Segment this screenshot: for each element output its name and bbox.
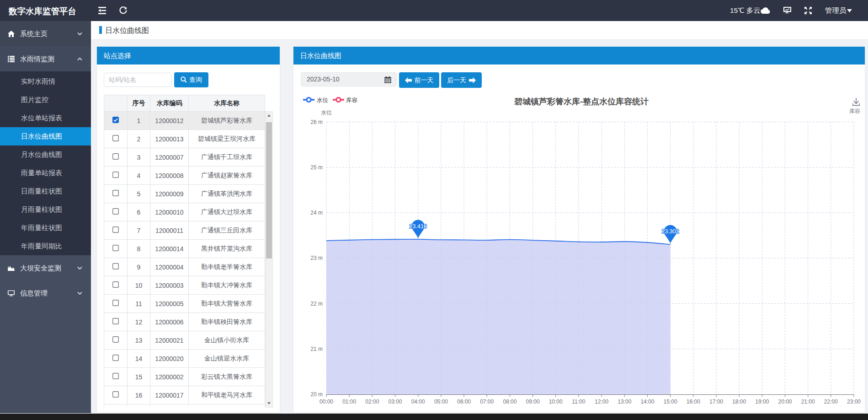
svg-text:16:00: 16:00 [687, 398, 700, 405]
svg-text:19:00: 19:00 [755, 398, 769, 405]
svg-text:库容: 库容 [849, 108, 860, 114]
svg-text:18:00: 18:00 [732, 398, 746, 405]
svg-text:20:00: 20:00 [778, 398, 792, 405]
svg-text:22 m: 22 m [310, 301, 323, 307]
svg-text:水位: 水位 [317, 97, 329, 103]
svg-text:13:00: 13:00 [618, 398, 631, 405]
svg-text:库容: 库容 [346, 97, 358, 103]
svg-text:06:00: 06:00 [457, 398, 471, 405]
svg-text:20 m: 20 m [310, 391, 323, 398]
svg-text:17:00: 17:00 [709, 398, 723, 405]
svg-text:15:00: 15:00 [664, 398, 677, 405]
svg-text:26 m: 26 m [310, 119, 323, 125]
svg-text:21:00: 21:00 [801, 398, 815, 405]
svg-text:23 m: 23 m [310, 255, 323, 261]
svg-text:21 m: 21 m [310, 346, 323, 352]
svg-text:09:00: 09:00 [526, 398, 540, 405]
svg-text:12:00: 12:00 [595, 398, 608, 405]
svg-text:07:00: 07:00 [480, 398, 494, 405]
svg-text:23.302: 23.302 [661, 228, 679, 235]
svg-text:08:00: 08:00 [503, 398, 517, 405]
svg-text:04:00: 04:00 [411, 398, 425, 405]
svg-text:25 m: 25 m [310, 164, 323, 171]
svg-text:23.416: 23.416 [410, 223, 427, 230]
svg-text:02:00: 02:00 [365, 398, 379, 405]
svg-text:01:00: 01:00 [342, 398, 356, 405]
svg-text:24 m: 24 m [310, 210, 323, 216]
svg-text:10:00: 10:00 [549, 398, 563, 405]
svg-text:23:00: 23:00 [847, 398, 861, 405]
svg-text:22:00: 22:00 [824, 398, 838, 405]
svg-text:00:00: 00:00 [320, 398, 333, 405]
svg-text:03:00: 03:00 [388, 398, 402, 405]
svg-text:05:00: 05:00 [434, 398, 448, 405]
svg-text:碧城镇芦彩箐水库-整点水位库容统计: 碧城镇芦彩箐水库-整点水位库容统计 [514, 97, 649, 106]
svg-text:水位: 水位 [321, 109, 332, 116]
svg-text:14:00: 14:00 [640, 398, 654, 405]
svg-text:11:00: 11:00 [572, 398, 585, 405]
